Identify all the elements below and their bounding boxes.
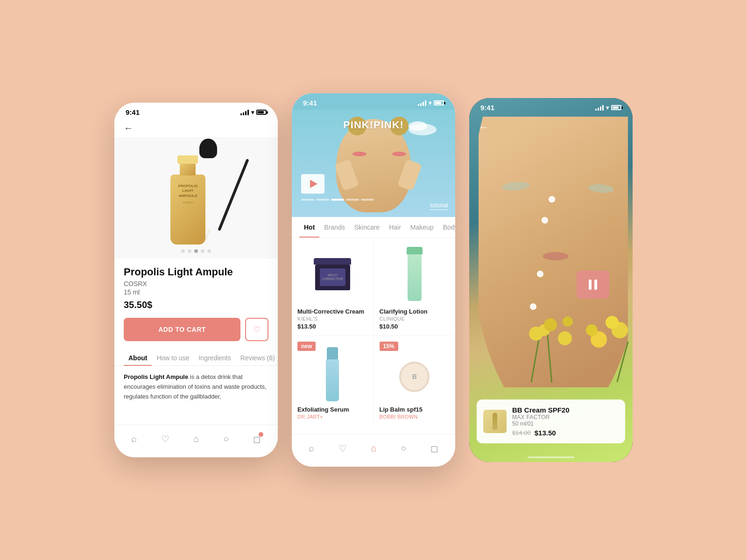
product-thumbnail — [483, 410, 507, 433]
category-body[interactable]: Body — [438, 217, 455, 238]
dot-3 — [194, 249, 198, 253]
status-time-1: 9:41 — [126, 108, 140, 116]
nav-search-2[interactable]: ⌕ — [309, 443, 314, 454]
status-time-3: 9:41 — [480, 104, 494, 112]
info-card-brand: MAX FACTOR — [512, 414, 619, 420]
hero-strip — [301, 199, 374, 201]
nav-profile-1[interactable]: ○ — [223, 434, 229, 444]
nav-heart-1[interactable]: ♡ — [161, 434, 169, 445]
nav-search-1[interactable]: ⌕ — [131, 434, 137, 444]
heart-icon: ♡ — [253, 324, 261, 335]
bottom-nav-2: ⌕ ♡ ⌂ ○ ◻ — [292, 434, 455, 467]
nav-home-2[interactable]: ⌂ — [371, 443, 376, 454]
product-card-info: BB Cream SPF20 MAX FACTOR 50 ml/01 $14.0… — [512, 406, 619, 437]
product-image-bobbi: 15% B — [380, 342, 450, 402]
badge-pct: 15% — [380, 342, 398, 351]
status-bar-3: 9:41 ▾ — [469, 98, 633, 114]
dot-2 — [188, 249, 191, 253]
play-button[interactable] — [301, 174, 324, 194]
hero-title: PINK!PINK! — [343, 119, 404, 131]
ar-dot-4[interactable] — [530, 303, 536, 310]
description-bold: Propolis Light Ampule — [124, 373, 188, 380]
strip-5 — [361, 199, 374, 201]
card-brand-kiehls: KIEHL'S — [297, 316, 368, 322]
card-brand-drjart: DR.JART+ — [297, 414, 368, 420]
pause-bar-right — [594, 280, 597, 290]
wifi-icon-3: ▾ — [606, 105, 609, 111]
ar-dot-2[interactable] — [542, 217, 548, 224]
product-card-kiehls[interactable]: MULTICORRECTIVE Multi-Corrective Cream K… — [292, 238, 374, 336]
nav-bag-1[interactable]: ◻ — [253, 434, 261, 445]
card-price-kiehls: $13.50 — [297, 323, 368, 330]
signal-bars-2 — [418, 100, 426, 106]
signal-bars-3 — [595, 105, 604, 111]
tube-image — [493, 413, 497, 430]
info-card-prices: $14.00 $13.50 — [512, 429, 619, 437]
product-price: 35.50$ — [124, 300, 268, 310]
dot-5 — [207, 249, 211, 253]
status-bar-2: 9:41 ▾ — [292, 93, 455, 110]
product-image-area: PROPOLISLIGHTAMPOULE COSRX — [114, 137, 278, 259]
product-image: PROPOLISLIGHTAMPOULE COSRX — [149, 147, 243, 249]
nav-profile-2[interactable]: ○ — [401, 443, 406, 454]
strip-4 — [346, 199, 359, 201]
status-time-2: 9:41 — [303, 99, 317, 107]
pause-button[interactable] — [577, 271, 609, 299]
home-icon-1: ⌂ — [193, 434, 199, 444]
card-price-clinique: $10.50 — [380, 323, 450, 330]
battery-icon-1 — [256, 110, 267, 115]
product-card-drjart[interactable]: new Exfoliating Serum DR.JART+ — [292, 336, 374, 427]
category-makeup[interactable]: Makeup — [406, 217, 438, 238]
product-header: ← — [114, 119, 278, 137]
hero-image: PINK!PINK! tutorial — [292, 110, 455, 217]
home-icon-2: ⌂ — [371, 443, 376, 454]
category-brands[interactable]: Brands — [319, 217, 349, 238]
info-card-size: 50 ml/01 — [512, 420, 619, 427]
status-icons-1: ▾ — [240, 109, 267, 116]
pause-bar-left — [589, 280, 592, 290]
person-icon-1: ○ — [223, 434, 229, 444]
back-button-3[interactable]: ← — [479, 121, 489, 133]
nav-heart-2[interactable]: ♡ — [338, 443, 347, 454]
add-to-cart-button[interactable]: ADD TO CART — [124, 318, 240, 341]
tab-ingredients[interactable]: Ingredients — [194, 350, 235, 365]
search-icon-1: ⌕ — [131, 434, 137, 444]
wifi-icon-1: ▾ — [251, 109, 254, 116]
category-skincare[interactable]: Skincare — [350, 217, 384, 238]
products-grid: MULTICORRECTIVE Multi-Corrective Cream K… — [292, 238, 455, 427]
tab-reviews[interactable]: Reviews (6) — [236, 350, 278, 365]
dot-4 — [201, 249, 204, 253]
category-hot[interactable]: Hot — [299, 217, 319, 238]
tab-how-to-use[interactable]: How to use — [152, 350, 194, 365]
card-brand-clinique: CLINIQUE — [380, 316, 450, 322]
bag-icon-2: ◻ — [430, 443, 438, 454]
strip-1 — [301, 199, 314, 201]
status-icons-3: ▾ — [595, 105, 621, 111]
nav-bag-2[interactable]: ◻ — [430, 443, 438, 454]
home-indicator-3 — [528, 456, 574, 458]
product-card-clinique[interactable]: Clarifying Lotion CLINIQUE $10.50 — [374, 238, 456, 336]
ar-dot-3[interactable] — [537, 271, 543, 277]
product-image-kiehls: MULTICORRECTIVE — [297, 244, 368, 304]
battery-icon-3 — [611, 105, 621, 110]
product-card-bobbi[interactable]: 15% B Lip Balm spf15 BOBBI BROWN — [374, 336, 456, 427]
card-name-drjart: Exfoliating Serum — [297, 406, 368, 413]
heart-icon-nav-1: ♡ — [161, 434, 169, 445]
badge-new: new — [297, 342, 316, 351]
category-hair[interactable]: Hair — [384, 217, 406, 238]
product-info-card[interactable]: BB Cream SPF20 MAX FACTOR 50 ml/01 $14.0… — [477, 399, 625, 443]
play-icon — [310, 180, 317, 188]
card-brand-bobbi: BOBBI BROWN — [380, 414, 450, 420]
strip-3 — [331, 199, 344, 201]
product-description: Propolis Light Ampule is a detox drink t… — [114, 366, 278, 408]
ar-dot-1[interactable] — [549, 196, 555, 203]
person-icon-2: ○ — [401, 443, 406, 454]
card-name-clinique: Clarifying Lotion — [380, 308, 450, 315]
back-button[interactable]: ← — [124, 123, 133, 133]
nav-home-1[interactable]: ⌂ — [193, 434, 199, 444]
product-info: Propolis Light Ampule COSRX 15 ml 35.50$… — [114, 259, 278, 341]
wishlist-button[interactable]: ♡ — [245, 318, 268, 341]
strip-2 — [316, 199, 329, 201]
tab-about[interactable]: About — [124, 350, 152, 365]
pause-icon — [589, 280, 597, 290]
